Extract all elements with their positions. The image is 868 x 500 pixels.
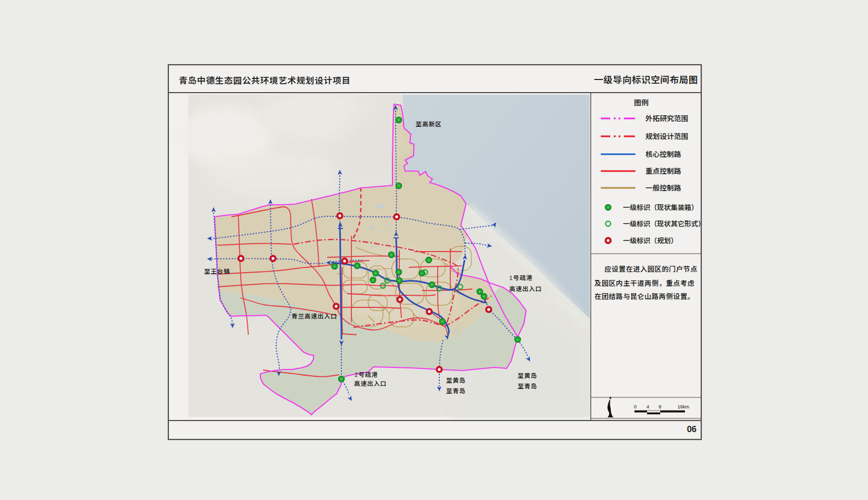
svg-text:重点控制路: 重点控制路 — [645, 167, 681, 175]
svg-text:06: 06 — [687, 424, 697, 434]
svg-text:及园区内主干道两侧，重点考虑: 及园区内主干道两侧，重点考虑 — [594, 279, 694, 287]
svg-text:至黄岛: 至黄岛 — [518, 373, 537, 379]
svg-text:高速出入口: 高速出入口 — [354, 381, 387, 387]
svg-text:至青岛: 至青岛 — [446, 388, 466, 394]
svg-text:1号疏港: 1号疏港 — [509, 275, 533, 281]
svg-text:一般控制路: 一般控制路 — [645, 184, 681, 192]
svg-text:一级标识（现状集装箱）: 一级标识（现状集装箱） — [623, 204, 698, 212]
svg-text:一级导向标识空间布局图: 一级导向标识空间布局图 — [594, 75, 698, 85]
svg-text:一级标识（现状其它形式）: 一级标识（现状其它形式） — [623, 220, 705, 228]
svg-text:4: 4 — [647, 404, 649, 409]
svg-text:一级标识（规划）: 一级标识（规划） — [623, 237, 678, 245]
svg-text:16km: 16km — [678, 404, 689, 409]
svg-text:青岛中德生态园公共环境艺术规划设计项目: 青岛中德生态园公共环境艺术规划设计项目 — [179, 76, 351, 85]
svg-text:青兰高速出入口: 青兰高速出入口 — [291, 313, 337, 319]
svg-text:至黄岛: 至黄岛 — [446, 377, 466, 384]
svg-text:至王台镇: 至王台镇 — [204, 268, 230, 275]
svg-text:至青岛: 至青岛 — [518, 383, 537, 389]
svg-text:2号疏港: 2号疏港 — [355, 372, 378, 378]
svg-text:外拓研究范围: 外拓研究范围 — [645, 115, 688, 123]
svg-text:图例: 图例 — [634, 98, 649, 107]
svg-text:0: 0 — [634, 404, 637, 409]
svg-text:至高新区: 至高新区 — [416, 121, 442, 127]
svg-text:在团结路与昆仑山路两侧设置。: 在团结路与昆仑山路两侧设置。 — [594, 293, 694, 301]
svg-text:核心控制路: 核心控制路 — [645, 151, 681, 158]
svg-text:高速出入口: 高速出入口 — [509, 286, 542, 292]
svg-text:8: 8 — [659, 404, 661, 409]
svg-text:应设置在进入园区的门户节点: 应设置在进入园区的门户节点 — [604, 265, 698, 273]
svg-text:规划设计范围: 规划设计范围 — [645, 133, 688, 141]
